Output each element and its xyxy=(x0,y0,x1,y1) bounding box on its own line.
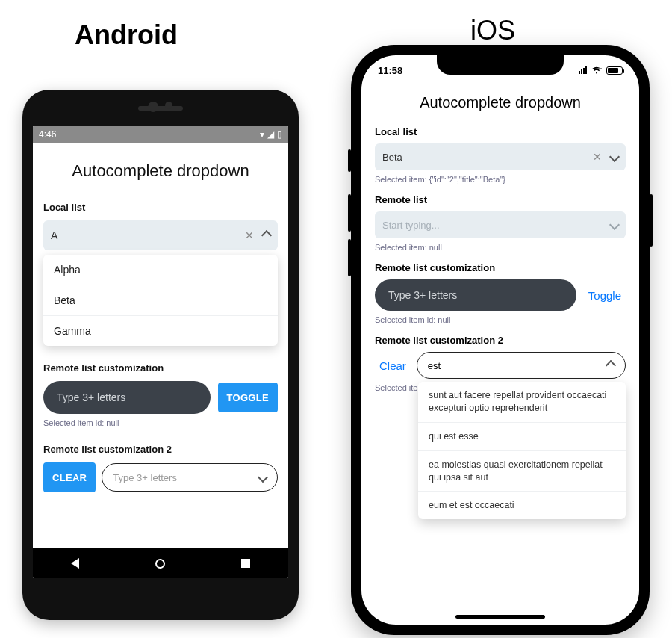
section-label-rcl: Remote list customization xyxy=(375,262,626,273)
remote-list-placeholder: Start typing... xyxy=(382,220,440,231)
chevron-up-icon[interactable] xyxy=(261,230,272,241)
notch-icon xyxy=(437,55,564,75)
dropdown-item[interactable]: qui est esse xyxy=(418,423,626,451)
dropdown-item[interactable]: sunt aut facere repellat provident occae… xyxy=(418,382,626,423)
section-label-rcl: Remote list customization xyxy=(43,362,278,374)
toggle-button[interactable]: Toggle xyxy=(584,289,626,302)
local-list-dropdown: Alpha Beta Gamma xyxy=(43,255,278,346)
dropdown-item[interactable]: Beta xyxy=(43,285,278,316)
ios-screen: 11:58 Autocomplete dropdown Local list B… xyxy=(361,55,639,625)
side-button-icon xyxy=(348,194,351,232)
local-list-input[interactable]: A ✕ xyxy=(43,220,278,250)
wifi-icon: ▾ xyxy=(260,129,264,140)
signal-icon xyxy=(579,66,587,74)
clear-button[interactable]: CLEAR xyxy=(43,462,96,492)
back-icon[interactable] xyxy=(71,558,79,569)
local-list-input[interactable]: Beta ✕ xyxy=(375,143,626,170)
rcl-input[interactable]: Type 3+ letters xyxy=(375,279,576,311)
rcl2-placeholder: Type 3+ letters xyxy=(113,472,177,483)
android-screen: 4:46 ▾ ◢ ▯ Autocomplete dropdown Local l… xyxy=(33,126,288,578)
dropdown-item[interactable]: Alpha xyxy=(43,255,278,285)
dropdown-item[interactable]: ea molestias quasi exercitationem repell… xyxy=(418,451,626,492)
dropdown-item[interactable]: eum et est occaecati xyxy=(418,492,626,519)
rcl2-value: est xyxy=(428,360,441,371)
android-nav-bar xyxy=(33,548,288,578)
rcl-input[interactable]: Type 3+ letters xyxy=(43,381,211,414)
rcl-selected-note: Selected item id: null xyxy=(375,315,626,324)
platform-label-ios: iOS xyxy=(470,15,515,46)
local-list-value: A xyxy=(51,229,245,241)
android-status-bar: 4:46 ▾ ◢ ▯ xyxy=(33,126,288,143)
remote-selected-note: Selected item: null xyxy=(375,243,626,252)
chevron-down-icon[interactable] xyxy=(609,220,620,230)
home-indicator-icon[interactable] xyxy=(455,615,545,619)
rcl2-dropdown: sunt aut facere repellat provident occae… xyxy=(418,382,626,519)
local-selected-note: Selected item: {"id":"2","title":"Beta"} xyxy=(375,175,626,184)
rcl2-input[interactable]: est xyxy=(417,352,626,379)
dropdown-item[interactable]: Gamma xyxy=(43,316,278,346)
page-title: Autocomplete dropdown xyxy=(43,161,278,181)
section-label-local: Local list xyxy=(375,126,626,137)
wifi-icon xyxy=(591,65,602,76)
rcl2-input[interactable]: Type 3+ letters xyxy=(102,463,278,492)
rcl-selected-note: Selected item id: null xyxy=(43,418,278,427)
page-title: Autocomplete dropdown xyxy=(375,94,626,111)
section-label-rcl2: Remote list customization 2 xyxy=(375,335,626,346)
section-label-local: Local list xyxy=(43,202,278,213)
side-button-icon xyxy=(650,194,653,247)
section-label-remote: Remote list xyxy=(375,194,626,205)
platform-label-android: Android xyxy=(75,19,178,51)
side-button-icon xyxy=(348,149,351,172)
signal-icon: ◢ xyxy=(267,129,274,140)
clear-icon[interactable]: ✕ xyxy=(245,229,254,241)
section-label-rcl2: Remote list customization 2 xyxy=(43,444,278,455)
speaker-icon xyxy=(138,106,183,111)
chevron-up-icon[interactable] xyxy=(606,360,616,371)
remote-list-input[interactable]: Start typing... xyxy=(375,211,626,238)
ios-device-frame: 11:58 Autocomplete dropdown Local list B… xyxy=(351,45,650,635)
chevron-down-icon[interactable] xyxy=(609,152,620,162)
battery-icon xyxy=(606,66,623,75)
status-time: 11:58 xyxy=(378,65,402,76)
android-device-frame: 4:46 ▾ ◢ ▯ Autocomplete dropdown Local l… xyxy=(22,90,299,620)
chevron-down-icon[interactable] xyxy=(258,472,268,483)
toggle-button[interactable]: TOGGLE xyxy=(218,383,278,412)
clear-icon[interactable]: ✕ xyxy=(593,151,602,163)
sensor-icon xyxy=(165,102,172,109)
home-icon[interactable] xyxy=(155,559,165,569)
side-button-icon xyxy=(348,239,351,276)
recent-icon[interactable] xyxy=(241,559,250,568)
battery-icon: ▯ xyxy=(277,129,282,140)
clear-button[interactable]: Clear xyxy=(375,359,411,372)
status-time: 4:46 xyxy=(39,129,56,140)
local-list-value: Beta xyxy=(382,152,402,163)
